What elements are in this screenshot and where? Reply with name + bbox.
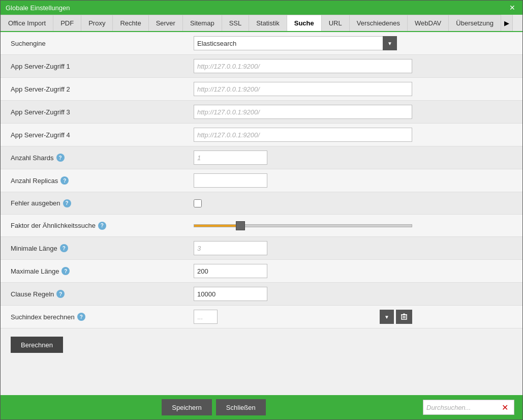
suchengine-control: Elasticsearch Solr Lucene ▼ — [194, 36, 512, 50]
app-server-2-row: App Server-Zugriff 2 — [1, 78, 522, 101]
fehler-ausgeben-row: Fehler ausgeben ? — [1, 192, 522, 215]
close-button[interactable]: ✕ — [507, 4, 517, 12]
anzahl-replicas-row: Anzahl Replicas ? — [1, 169, 522, 192]
faktor-slider-wrap — [194, 224, 412, 227]
tab-pdf[interactable]: PDF — [53, 15, 81, 31]
anzahl-shards-control — [194, 151, 512, 165]
anzahl-shards-label: Anzahl Shards ? — [11, 154, 194, 162]
main-window: Globale Einstellungen ✕ Office Import PD… — [0, 0, 523, 420]
suchindex-berechnen-label: Suchindex berechnen ? — [11, 313, 194, 321]
maximale-laenge-control — [194, 264, 512, 278]
footer: Speichern Schließen ✕ — [1, 395, 522, 419]
app-server-2-input[interactable] — [194, 82, 412, 96]
app-server-4-row: App Server-Zugriff 4 — [1, 124, 522, 146]
anzahl-shards-row: Anzahl Shards ? — [1, 146, 522, 169]
clause-regeln-control — [194, 287, 512, 301]
berechnen-row: Berechnen — [1, 328, 522, 361]
tab-verschiedenes[interactable]: Verschiedenes — [350, 15, 408, 31]
minimale-laenge-label: Minimale Länge ? — [11, 244, 194, 252]
app-server-1-label: App Server-Zugriff 1 — [11, 63, 194, 70]
faktor-aehnlichkeitssuche-control — [194, 224, 512, 227]
schliessen-button[interactable]: Schließen — [216, 399, 266, 415]
app-server-3-label: App Server-Zugriff 3 — [11, 108, 194, 116]
suchengine-select-wrap: Elasticsearch Solr Lucene ▼ — [194, 36, 397, 50]
suchengine-label: Suchengine — [11, 40, 194, 47]
fehler-ausgeben-help-icon[interactable]: ? — [63, 199, 71, 207]
fehler-ausgeben-label: Fehler ausgeben ? — [11, 199, 194, 207]
tab-rechte[interactable]: Rechte — [113, 15, 148, 31]
anzahl-replicas-label: Anzahl Replicas ? — [11, 176, 194, 185]
anzahl-shards-help-icon[interactable]: ? — [56, 154, 65, 162]
maximale-laenge-row: Maximale Länge ? — [1, 260, 522, 283]
tab-proxy[interactable]: Proxy — [81, 15, 113, 31]
app-server-1-input[interactable] — [194, 59, 412, 73]
tab-suche[interactable]: Suche — [287, 15, 322, 32]
maximale-laenge-help-icon[interactable]: ? — [61, 267, 70, 275]
minimale-laenge-control — [194, 241, 512, 255]
anzahl-replicas-input[interactable] — [194, 173, 267, 188]
maximale-laenge-input[interactable] — [194, 264, 267, 278]
app-server-3-row: App Server-Zugriff 3 — [1, 101, 522, 124]
suchindex-dropdown-arrow: ▼ — [380, 310, 394, 324]
clause-regeln-help-icon[interactable]: ? — [56, 290, 65, 298]
tab-webdav[interactable]: WebDAV — [408, 15, 449, 31]
app-server-1-control — [194, 59, 512, 73]
faktor-slider[interactable] — [194, 224, 412, 227]
clause-regeln-label: Clause Regeln ? — [11, 290, 194, 298]
berechnen-button[interactable]: Berechnen — [11, 337, 63, 353]
fehler-ausgeben-checkbox[interactable] — [194, 199, 202, 207]
suchindex-select[interactable]: ... — [194, 310, 218, 324]
faktor-aehnlichkeitssuche-help-icon[interactable]: ? — [98, 222, 106, 230]
faktor-aehnlichkeitssuche-label: Faktor der Ähnlichkeitssuche ? — [11, 222, 194, 230]
faktor-aehnlichkeitssuche-row: Faktor der Ähnlichkeitssuche ? — [1, 215, 522, 237]
app-server-2-control — [194, 82, 512, 96]
title-bar: Globale Einstellungen ✕ — [1, 1, 522, 15]
clause-regeln-input[interactable] — [194, 287, 267, 301]
suchindex-berechnen-control: ... ▼ — [194, 310, 512, 324]
minimale-laenge-row: Minimale Länge ? — [1, 237, 522, 260]
app-server-1-row: App Server-Zugriff 1 — [1, 55, 522, 78]
speichern-button[interactable]: Speichern — [162, 399, 212, 415]
clause-regeln-row: Clause Regeln ? — [1, 283, 522, 306]
maximale-laenge-label: Maximale Länge ? — [11, 267, 194, 275]
app-server-4-label: App Server-Zugriff 4 — [11, 131, 194, 139]
footer-buttons: Speichern Schließen — [9, 399, 419, 415]
anzahl-replicas-help-icon[interactable]: ? — [60, 176, 69, 185]
app-server-3-control — [194, 105, 512, 119]
anzahl-replicas-control — [194, 173, 512, 188]
tab-more-button[interactable]: ▶ — [501, 15, 513, 31]
footer-search-input[interactable] — [423, 400, 500, 414]
suchindex-select-container: ... ▼ — [194, 310, 394, 324]
tabs-bar: Office Import PDF Proxy Rechte Server Si… — [1, 15, 522, 32]
tab-office-import[interactable]: Office Import — [1, 15, 53, 31]
content-area: Suchengine Elasticsearch Solr Lucene ▼ A… — [1, 32, 522, 395]
fehler-ausgeben-control — [194, 199, 512, 207]
app-server-4-control — [194, 128, 512, 142]
suchengine-select[interactable]: Elasticsearch Solr Lucene — [194, 36, 397, 50]
tab-server[interactable]: Server — [149, 15, 183, 31]
footer-search-wrap: ✕ — [423, 400, 514, 415]
tab-statistik[interactable]: Statistik — [249, 15, 287, 31]
minimale-laenge-input[interactable] — [194, 241, 267, 255]
app-server-2-label: App Server-Zugriff 2 — [11, 85, 194, 93]
suchindex-berechnen-help-icon[interactable]: ? — [77, 313, 85, 321]
window-title: Globale Einstellungen — [6, 4, 70, 12]
tab-uebersetzung[interactable]: Übersetzung — [449, 15, 501, 31]
tab-ssl[interactable]: SSL — [222, 15, 250, 31]
suchengine-row: Suchengine Elasticsearch Solr Lucene ▼ — [1, 32, 522, 55]
search-clear-icon[interactable]: ✕ — [500, 403, 510, 412]
suchindex-delete-button[interactable] — [396, 310, 412, 324]
minimale-laenge-help-icon[interactable]: ? — [60, 244, 68, 252]
tab-url[interactable]: URL — [322, 15, 350, 31]
app-server-4-input[interactable] — [194, 128, 412, 142]
anzahl-shards-input[interactable] — [194, 151, 267, 165]
tab-sitemap[interactable]: Sitemap — [183, 15, 222, 31]
trash-icon — [401, 313, 408, 320]
suchindex-select-wrap: ... ▼ — [194, 310, 412, 324]
suchindex-berechnen-row: Suchindex berechnen ? ... ▼ — [1, 306, 522, 328]
app-server-3-input[interactable] — [194, 105, 412, 119]
